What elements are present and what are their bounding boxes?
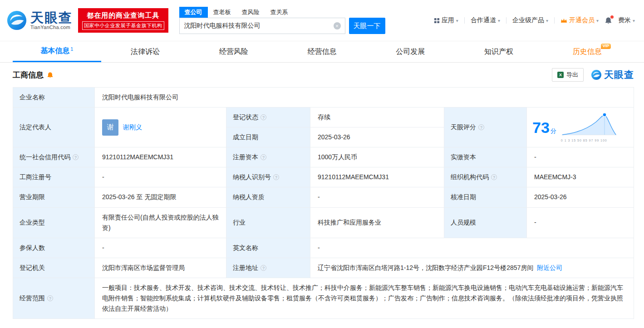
label-company-name: 企业名称 (13, 88, 95, 108)
help-icon[interactable]: ? (491, 174, 497, 180)
table-row: 登记机关 沈阳市浑南区市场监督管理局 注册地址? 辽宁省沈阳市浑南区白塔河路1-… (13, 258, 634, 278)
label-reg-capital: 注册资本? (226, 147, 310, 167)
value-industry: 科技推广和应用服务业 (310, 207, 444, 238)
tab-company-development[interactable]: 公司发展 (366, 41, 455, 62)
value-staff-size: - (527, 207, 634, 238)
promo-badge: 都在用的商业查询工具 国家中小企业发展子基金旗下机构 (78, 8, 168, 33)
value-establish-date: 2025-03-26 (310, 127, 444, 147)
value-business-scope: 一般项目：技术服务、技术开发、技术咨询、技术交流、技术转让、技术推广；科技中介服… (95, 278, 634, 318)
help-icon[interactable]: ? (478, 124, 484, 130)
value-legal-rep: 谢 谢刚义 (95, 108, 226, 147)
chevron-down-icon: ▾ (498, 18, 500, 23)
value-english-name: - (310, 238, 634, 258)
label-org-code: 组织机构代码? (444, 167, 527, 187)
search-box: × (179, 18, 345, 34)
help-icon[interactable]: ? (261, 114, 266, 120)
search-button[interactable]: 天眼一下 (349, 18, 385, 34)
tianyancha-logo-icon (591, 69, 602, 80)
search-area: 查公司 查老板 查风险 查关系 × 天眼一下 (179, 7, 385, 34)
label-insured-count: 参保人数 (13, 238, 95, 258)
tab-label: 经营信息 (308, 47, 337, 57)
nav-cooperation[interactable]: 合作通道 ▾ (471, 16, 500, 24)
divider (506, 17, 506, 24)
search-input[interactable] (180, 18, 345, 34)
section-header: 工商信息 X 导出 天眼查 (13, 63, 634, 87)
help-icon[interactable]: ? (73, 154, 79, 160)
value-company-type: 有限责任公司(自然人投资或控股的法人独资) (95, 207, 226, 238)
tab-intellectual-property[interactable]: 知识产权 (455, 41, 543, 62)
nearby-companies-link[interactable]: 附近公司 (537, 264, 562, 271)
tab-basic-info[interactable]: 基本信息1 (13, 41, 101, 62)
tab-label: 公司发展 (396, 47, 425, 57)
value-reg-capital: 1000万人民币 (310, 147, 444, 167)
chevron-down-icon: ▾ (596, 18, 599, 23)
legal-rep-link[interactable]: 谢刚义 (123, 122, 142, 132)
clear-icon[interactable]: × (334, 22, 341, 29)
business-info-table: 企业名称 沈阳时代电服科技有限公司 法定代表人 谢 谢刚义 登记状态? 存续 天… (13, 87, 634, 319)
address-text: 辽宁省沈阳市浑南区白塔河路1-12号，沈阳数字经济产业园F12号楼2857房间 (318, 264, 533, 271)
tab-label: 基本信息 (40, 46, 69, 56)
avatar[interactable]: 谢 (102, 119, 118, 136)
divider (554, 17, 555, 24)
value-taxpayer-id: 91210112MAEEMCMJ31 (310, 167, 444, 187)
help-icon[interactable]: ? (261, 265, 266, 271)
score-axis-labels: 0 1 3 15 50 85 97 99 100 (561, 138, 617, 143)
help-icon[interactable]: ? (273, 174, 279, 180)
value-business-term: 2025-03-26 至 无固定期限 (95, 187, 226, 207)
tab-operating-risk[interactable]: 经营风险 (189, 41, 278, 62)
table-row: 企业名称 沈阳时代电服科技有限公司 (13, 88, 634, 108)
promo-subtitle: 国家中小企业发展子基金旗下机构 (82, 21, 164, 30)
label-taxpayer-id: 纳税人识别号? (226, 167, 310, 187)
value-paid-capital: - (527, 147, 634, 167)
chevron-down-icon: ▾ (546, 18, 548, 23)
label-reg-number: 工商注册号 (13, 167, 95, 187)
tab-operating-info[interactable]: 经营信息 (278, 41, 366, 62)
label-credit-code: 统一社会信用代码? (13, 147, 95, 167)
search-tab-boss[interactable]: 查老板 (208, 7, 236, 18)
export-button[interactable]: X 导出 (552, 68, 584, 82)
main-content: 工商信息 X 导出 天眼查 (0, 63, 644, 325)
table-row: 工商注册号 - 纳税人识别号? 91210112MAEEMCMJ31 组织机构代… (13, 167, 634, 187)
help-icon[interactable]: ? (261, 154, 266, 160)
crown-icon (560, 18, 567, 23)
nav-apps-label: 应用 (442, 16, 454, 24)
search-tab-company[interactable]: 查公司 (179, 7, 208, 18)
promo-slogan: 都在用的商业查询工具 (82, 11, 164, 20)
notification-bell-icon[interactable] (605, 17, 612, 24)
tab-label: 法律诉讼 (131, 47, 160, 57)
label-legal-rep: 法定代表人 (13, 108, 95, 147)
search-tab-risk[interactable]: 查风险 (236, 7, 265, 18)
tianyancha-watermark: 天眼查 (591, 69, 634, 81)
nav-open-vip[interactable]: 开通会员 ▾ (560, 16, 599, 24)
logo-text: 天眼查 (30, 11, 73, 24)
subscribe-bell-icon[interactable] (47, 72, 54, 78)
tab-history-info[interactable]: 历史信息 VIP (543, 41, 631, 62)
table-row: 法定代表人 谢 谢刚义 登记状态? 存续 天眼评分? 73分 (13, 108, 634, 127)
tab-legal-proceedings[interactable]: 法律诉讼 (101, 41, 190, 62)
search-tab-relation[interactable]: 查关系 (265, 7, 294, 18)
label-approval-date: 核准日期 (444, 187, 527, 207)
score-curve-chart: 0 1 3 15 50 85 97 99 100 (561, 112, 617, 143)
search-tabs: 查公司 查老板 查风险 查关系 (179, 7, 385, 18)
logo-domain-text: TianYanCha.com (30, 24, 73, 30)
label-staff-size: 人员规模 (444, 207, 527, 238)
nav-apps[interactable]: 应用 ▾ (434, 16, 458, 24)
tab-label: 经营风险 (219, 47, 248, 57)
top-nav: 应用 ▾ 合作通道 ▾ 企业级产品 ▾ 开通会员 ▾ (434, 16, 638, 24)
nav-user[interactable]: 费米 ▾ (618, 16, 635, 24)
username: 费米 (618, 16, 631, 24)
table-row: 参保人数 - 英文名称 - (13, 238, 634, 258)
chevron-down-icon: ▾ (456, 18, 458, 23)
nav-enterprise-products[interactable]: 企业级产品 ▾ (512, 16, 548, 24)
value-reg-number: - (95, 167, 226, 187)
help-icon[interactable]: ? (47, 295, 53, 301)
label-reg-address: 注册地址? (226, 258, 310, 278)
watermark-text: 天眼查 (604, 69, 634, 81)
chevron-down-icon: ▾ (633, 18, 635, 23)
value-tianyan-score: 73分 0 1 3 15 50 85 97 99 100 (527, 108, 634, 147)
logo[interactable]: 天眼查 TianYanCha.com (6, 10, 73, 31)
nav-enterprise-label: 企业级产品 (512, 16, 544, 24)
value-reg-authority: 沈阳市浑南区市场监督管理局 (95, 258, 226, 278)
page-tab-bar: 基本信息1 法律诉讼 经营风险 经营信息 公司发展 知识产权 历史信息 VIP (0, 41, 644, 63)
table-row: 企业类型 有限责任公司(自然人投资或控股的法人独资) 行业 科技推广和应用服务业… (13, 207, 634, 238)
